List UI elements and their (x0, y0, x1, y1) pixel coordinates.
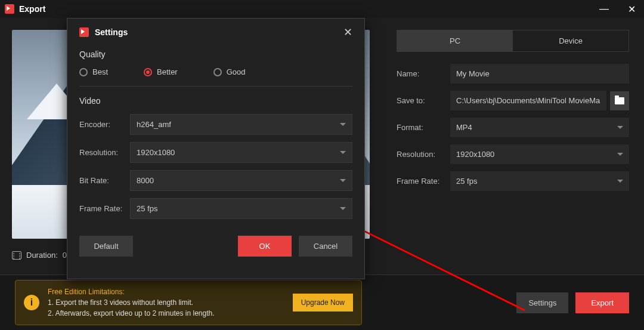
folder-icon (615, 97, 624, 104)
duration-value: 0 (63, 251, 67, 260)
settings-modal: Settings ✕ Quality Best Better Good Vide… (67, 18, 365, 279)
chevron-down-icon (617, 126, 623, 129)
bitrate-label: Bit Rate: (79, 176, 130, 185)
modal-resolution-label: Resolution: (79, 148, 130, 157)
name-label: Name: (397, 69, 450, 78)
limitations-title: Free Edition Limitations: (48, 286, 284, 297)
tab-device[interactable]: Device (513, 30, 628, 51)
saveto-field[interactable] (450, 91, 606, 110)
limitations-line-1: 1. Export the first 3 videos without len… (48, 297, 284, 308)
encoder-select[interactable]: h264_amf (130, 114, 352, 135)
quality-best-radio[interactable]: Best (79, 67, 108, 76)
modal-resolution-select[interactable]: 1920x1080 (130, 142, 352, 163)
app-icon (5, 4, 14, 14)
app-icon (79, 27, 89, 37)
modal-title: Settings (95, 27, 343, 37)
film-icon (12, 251, 21, 260)
resolution-label: Resolution: (397, 150, 450, 159)
quality-section-title: Quality (79, 50, 352, 59)
saveto-label: Save to: (397, 96, 450, 105)
close-button[interactable]: ✕ (624, 4, 639, 15)
limitations-line-2: 2. Afterwards, export video up to 2 minu… (48, 308, 284, 319)
titlebar: Export — ✕ (0, 0, 644, 18)
limitations-banner: i Free Edition Limitations: 1. Export th… (15, 280, 362, 325)
quality-better-radio[interactable]: Better (144, 67, 178, 76)
chevron-down-icon (340, 123, 346, 126)
format-label: Format: (397, 123, 450, 132)
settings-button[interactable]: Settings (516, 292, 568, 313)
chevron-down-icon (340, 151, 346, 154)
bitrate-select[interactable]: 8000 (130, 170, 352, 191)
encoder-label: Encoder: (79, 120, 130, 129)
framerate-select[interactable]: 25 fps (450, 171, 629, 191)
cancel-button[interactable]: Cancel (299, 236, 352, 257)
export-button[interactable]: Export (575, 292, 629, 313)
framerate-label: Frame Rate: (397, 177, 450, 186)
default-button[interactable]: Default (79, 236, 133, 257)
resolution-select[interactable]: 1920x1080 (450, 144, 629, 164)
video-section-title: Video (79, 96, 352, 106)
chevron-down-icon (617, 153, 623, 156)
chevron-down-icon (340, 179, 346, 182)
upgrade-button[interactable]: Upgrade Now (293, 294, 353, 312)
window-title: Export (19, 4, 596, 14)
format-select[interactable]: MP4 (450, 118, 629, 137)
chevron-down-icon (617, 180, 623, 183)
info-icon: i (24, 295, 39, 310)
quality-good-radio[interactable]: Good (213, 67, 246, 76)
tab-pc[interactable]: PC (397, 30, 513, 51)
name-field[interactable] (450, 64, 629, 84)
browse-folder-button[interactable] (610, 91, 629, 110)
chevron-down-icon (340, 207, 346, 210)
modal-close-button[interactable]: ✕ (343, 26, 352, 39)
modal-framerate-label: Frame Rate: (79, 204, 130, 213)
minimize-button[interactable]: — (596, 4, 612, 15)
modal-framerate-select[interactable]: 25 fps (130, 198, 352, 219)
duration-label: Duration: (26, 251, 58, 260)
ok-button[interactable]: OK (238, 236, 292, 257)
